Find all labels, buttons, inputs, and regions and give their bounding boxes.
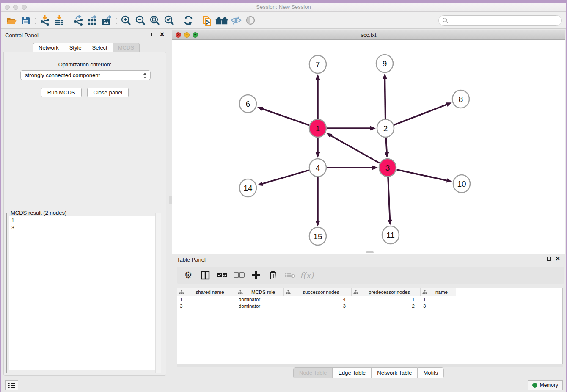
network-canvas[interactable]: 1234678910111415 (172, 40, 565, 254)
float-panel-icon[interactable] (151, 33, 155, 36)
zoom-in-button[interactable] (119, 14, 133, 27)
show-all-button[interactable] (243, 14, 258, 27)
mcds-result-list[interactable]: 13 (9, 216, 159, 370)
export-image-button[interactable] (100, 14, 114, 27)
import-table-button[interactable] (52, 14, 66, 27)
cell-shared-name[interactable]: 1 (177, 296, 236, 303)
zoom-out-button[interactable] (133, 14, 148, 27)
edge-3-11[interactable] (388, 177, 390, 221)
task-history-button[interactable] (5, 380, 18, 390)
table-settings-button[interactable]: ⚙ (183, 270, 194, 281)
export-table-icon (87, 15, 99, 26)
tab-edge-table[interactable]: Edge Table (332, 367, 371, 378)
import-network-button[interactable] (38, 14, 52, 27)
arrowhead-1-4 (316, 152, 320, 158)
memory-button[interactable]: Memory (528, 380, 563, 390)
window-titlebar: Session: New Session (1, 3, 566, 12)
close-table-panel-icon[interactable]: ✕ (555, 257, 560, 261)
zoom-fit-button[interactable] (148, 14, 162, 27)
tab-node-table[interactable]: Node Table (293, 367, 333, 378)
column-header-name[interactable]: name (421, 288, 456, 296)
table-panel-title: Table Panel (177, 257, 206, 263)
graph-node-label-7: 7 (316, 60, 320, 69)
export-table-button[interactable] (85, 14, 100, 27)
edge-3-10[interactable] (396, 170, 448, 181)
delete-column-icon (284, 272, 295, 279)
tab-network-table[interactable]: Network Table (371, 367, 417, 378)
column-header-MCDS-role[interactable]: MCDS role (236, 288, 284, 296)
arrowhead-2-3 (385, 152, 389, 158)
edge-4-14[interactable] (261, 170, 309, 184)
zoom-selected-icon (164, 15, 175, 26)
float-table-panel-icon[interactable] (547, 257, 551, 261)
cell-successor-nodes[interactable]: 4 (284, 296, 352, 303)
table-panel-gap (177, 364, 563, 367)
table-panel-tabs: Node TableEdge TableNetwork TableMotifs (172, 367, 565, 378)
cell-predecessor-nodes[interactable]: 2 (352, 303, 421, 310)
canvas-scroll-dash[interactable] (366, 251, 374, 253)
save-session-button[interactable] (19, 14, 33, 27)
column-header-successor-nodes[interactable]: successor nodes (284, 288, 352, 296)
clone-network-button[interactable] (200, 14, 215, 27)
column-header-predecessor-nodes[interactable]: predecessor nodes (352, 288, 421, 296)
apply-layout-button[interactable] (181, 14, 195, 27)
memory-status-dot (532, 383, 537, 388)
result-scrollbar[interactable] (155, 213, 161, 373)
cell-MCDS-role[interactable]: dominator (236, 303, 284, 310)
arrowhead-4-15 (316, 221, 320, 226)
memory-label: Memory (540, 382, 558, 388)
toolbar-separator (35, 15, 36, 26)
cell-shared-name[interactable]: 3 (177, 303, 236, 310)
edge-2-9[interactable] (385, 77, 385, 119)
edge-2-8[interactable] (394, 104, 448, 125)
network-window-titlebar[interactable]: scc.txt ✕ − + (172, 30, 565, 40)
panel-split-divider[interactable] (170, 29, 171, 378)
column-header-shared-name[interactable]: shared name (177, 288, 236, 296)
arrowhead-4-14 (257, 182, 263, 186)
control-panel-header: Control Panel ✕ (5, 32, 165, 39)
hide-selected-button[interactable] (229, 14, 243, 27)
table-row[interactable]: 3dominator323 (177, 303, 562, 310)
cell-MCDS-role[interactable]: dominator (236, 296, 284, 303)
close-panel-icon[interactable]: ✕ (160, 32, 165, 37)
show-columns-button[interactable] (200, 270, 211, 281)
cell-name[interactable]: 1 (421, 296, 456, 303)
first-neighbors-button[interactable] (215, 14, 229, 27)
edge-1-6[interactable] (261, 108, 309, 125)
mcds-panel: Optimization criterion: strongly connect… (3, 52, 166, 376)
graph-node-label-10: 10 (457, 179, 466, 188)
graph-node-label-4: 4 (316, 163, 320, 172)
columns-icon (201, 271, 210, 280)
network-graph[interactable]: 1234678910111415 (172, 40, 565, 254)
graph-node-label-8: 8 (459, 95, 463, 104)
table-row[interactable]: 1dominator411 (177, 296, 562, 303)
zoom-selected-button[interactable] (162, 14, 176, 27)
plus-icon (252, 271, 260, 279)
export-network-button[interactable] (71, 14, 85, 27)
criterion-dropdown[interactable]: strongly connected component (20, 70, 151, 80)
tab-motifs[interactable]: Motifs (417, 367, 444, 378)
node-table[interactable]: shared nameMCDS rolesuccessor nodesprede… (177, 288, 563, 364)
network-window-title: scc.txt (172, 32, 565, 38)
cell-predecessor-nodes[interactable]: 1 (352, 296, 421, 303)
graph-node-label-3: 3 (385, 163, 390, 172)
graph-node-label-1: 1 (316, 124, 320, 133)
search-input[interactable] (451, 18, 561, 24)
optimization-criterion-label: Optimization criterion: (4, 61, 166, 68)
delete-row-button[interactable] (267, 270, 278, 281)
control-panel: Control Panel ✕ NetworkStyleSelectMCDS O… (1, 29, 169, 378)
import-table-icon (54, 15, 65, 26)
cell-name[interactable]: 3 (421, 303, 456, 310)
select-all-button[interactable] (217, 270, 228, 281)
run-mcds-button[interactable]: Run MCDS (41, 88, 82, 97)
export-network-icon (73, 15, 84, 26)
toolbar-separator (198, 15, 198, 26)
table-panel: Table Panel ✕ ⚙ (172, 255, 565, 378)
edge-2-3[interactable] (386, 138, 387, 154)
edge-3-1[interactable] (330, 135, 380, 163)
open-file-button[interactable] (4, 14, 19, 27)
add-row-button[interactable] (250, 270, 261, 281)
cell-successor-nodes[interactable]: 3 (284, 303, 352, 310)
deselect-all-button[interactable] (234, 270, 245, 281)
close-panel-button[interactable]: Close panel (87, 88, 129, 97)
